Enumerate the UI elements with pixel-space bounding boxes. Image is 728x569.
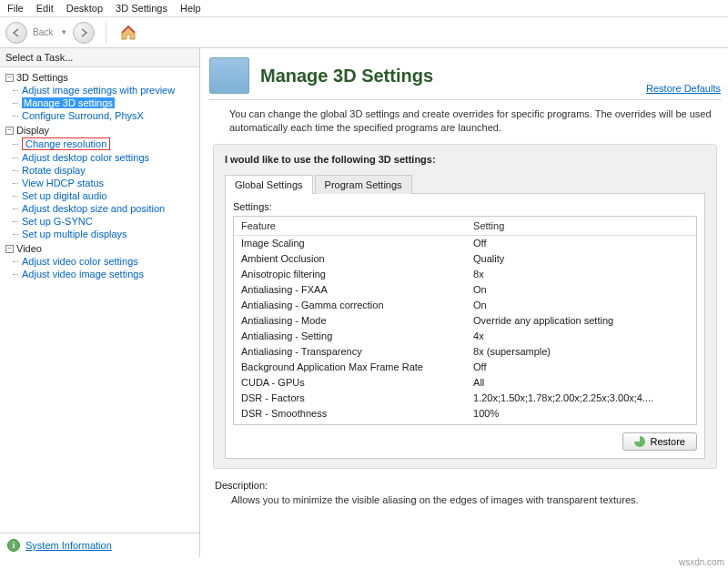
- menubar: File Edit Desktop 3D Settings Help: [0, 0, 728, 17]
- table-row[interactable]: Antialiasing - ModeOverride any applicat…: [234, 313, 696, 329]
- menu-3d-settings[interactable]: 3D Settings: [116, 3, 167, 14]
- settings-label: Settings:: [233, 201, 697, 212]
- description-label: Description:: [215, 480, 715, 491]
- tree-item[interactable]: Change resolution: [2, 137, 197, 151]
- tree-item[interactable]: Adjust desktop color settings: [2, 151, 197, 164]
- collapse-icon[interactable]: −: [5, 127, 14, 135]
- tree-group[interactable]: −3D Settings: [2, 71, 197, 84]
- description-block: Description: Allows you to minimize the …: [215, 480, 715, 505]
- table-row[interactable]: Antialiasing - Gamma correctionOn: [234, 298, 696, 313]
- sidebar: Select a Task... −3D SettingsAdjust imag…: [0, 48, 200, 557]
- page-icon: [209, 57, 249, 94]
- tree-item[interactable]: Adjust desktop size and position: [2, 202, 197, 215]
- tree-item[interactable]: View HDCP status: [2, 177, 197, 189]
- page-title: Manage 3D Settings: [260, 66, 433, 86]
- menu-help[interactable]: Help: [180, 3, 201, 14]
- tree-item[interactable]: Adjust image settings with preview: [2, 84, 197, 97]
- table-row[interactable]: CUDA - GPUsAll: [234, 375, 696, 391]
- back-dropdown-icon[interactable]: ▼: [60, 28, 67, 36]
- tree-group[interactable]: −Video: [2, 242, 197, 255]
- menu-desktop[interactable]: Desktop: [66, 3, 103, 14]
- tree-item[interactable]: Set up digital audio: [2, 189, 197, 202]
- restore-defaults-link[interactable]: Restore Defaults: [646, 83, 721, 94]
- settings-panel-title: I would like to use the following 3D set…: [225, 154, 705, 165]
- tree-item[interactable]: Configure Surround, PhysX: [2, 109, 197, 122]
- collapse-icon[interactable]: −: [5, 74, 14, 82]
- tree-group[interactable]: −Display: [2, 124, 197, 137]
- tree-item[interactable]: Rotate display: [2, 164, 197, 177]
- tree-item[interactable]: Set up G-SYNC: [2, 215, 197, 228]
- table-row[interactable]: Antialiasing - FXAAOn: [234, 282, 696, 298]
- table-row[interactable]: Anisotropic filtering8x: [234, 267, 696, 282]
- menu-file[interactable]: File: [7, 3, 24, 14]
- restore-button[interactable]: Restore: [622, 432, 697, 451]
- tab-program-settings[interactable]: Program Settings: [315, 175, 412, 194]
- forward-button[interactable]: [73, 22, 95, 44]
- back-button[interactable]: [5, 22, 27, 44]
- tabs: Global Settings Program Settings: [225, 174, 705, 194]
- table-row[interactable]: Antialiasing - Setting4x: [234, 329, 696, 344]
- info-icon: i: [7, 539, 20, 552]
- back-label: Back: [29, 27, 56, 37]
- tab-global-settings[interactable]: Global Settings: [225, 175, 313, 194]
- description-text: Allows you to minimize the visible alias…: [215, 494, 715, 505]
- settings-panel: I would like to use the following 3D set…: [213, 144, 717, 469]
- restore-icon: [634, 436, 645, 447]
- sidebar-header: Select a Task...: [0, 48, 199, 67]
- tree-item[interactable]: Adjust video image settings: [2, 268, 197, 280]
- table-row[interactable]: DSR - Factors1.20x;1.50x;1.78x;2.00x;2.2…: [234, 391, 696, 406]
- task-tree: −3D SettingsAdjust image settings with p…: [0, 67, 199, 533]
- page-description: You can change the global 3D settings an…: [209, 107, 721, 144]
- table-row[interactable]: Ambient OcclusionQuality: [234, 251, 696, 267]
- col-setting: Setting: [466, 217, 696, 236]
- system-information-link[interactable]: System Information: [25, 540, 112, 551]
- home-icon[interactable]: [117, 22, 139, 44]
- collapse-icon[interactable]: −: [5, 245, 14, 253]
- menu-edit[interactable]: Edit: [36, 3, 54, 14]
- table-row[interactable]: Antialiasing - Transparency8x (supersamp…: [234, 344, 696, 360]
- col-feature: Feature: [234, 217, 466, 236]
- content-area: Manage 3D Settings Restore Defaults You …: [200, 48, 728, 557]
- table-row[interactable]: Image ScalingOff: [234, 235, 696, 251]
- table-row[interactable]: DSR - Smoothness100%: [234, 406, 696, 422]
- table-row[interactable]: Background Application Max Frame RateOff: [234, 360, 696, 375]
- tree-item[interactable]: Adjust video color settings: [2, 255, 197, 268]
- tree-item[interactable]: Manage 3D settings: [2, 97, 197, 109]
- settings-table[interactable]: Feature Setting Image ScalingOffAmbient …: [233, 216, 697, 425]
- tree-item[interactable]: Set up multiple displays: [2, 228, 197, 240]
- toolbar: Back ▼: [0, 17, 728, 48]
- watermark: wsxdn.com: [679, 557, 724, 567]
